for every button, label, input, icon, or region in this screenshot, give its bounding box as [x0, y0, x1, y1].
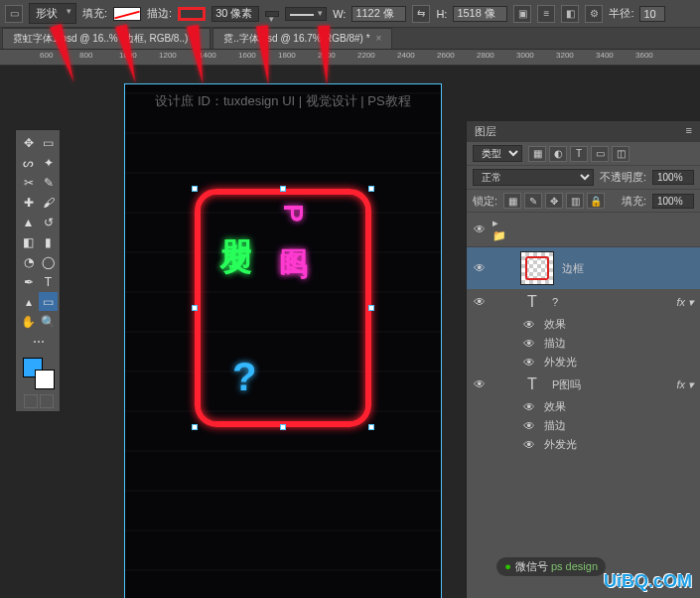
transform-handle[interactable]	[280, 424, 286, 430]
gear-icon[interactable]: ⚙	[585, 5, 603, 23]
neon-text-blue: ?	[232, 355, 260, 399]
filter-pixel-icon[interactable]: ▦	[528, 146, 546, 162]
path-align-icon[interactable]: ≡	[537, 5, 555, 23]
options-bar: ▭ 形状 填充: 描边: W: ⇆ H: ▣ ≡ ◧ ⚙ 半径:	[0, 0, 700, 28]
fill-swatch[interactable]	[113, 7, 141, 21]
marquee-tool[interactable]: ▭	[39, 133, 58, 152]
stroke-width-dropdown[interactable]	[265, 11, 279, 17]
author-watermark: 设计庶 ID：tuxdesign UI | 视觉设计 | PS教程	[125, 92, 441, 110]
quickmask-icon[interactable]	[24, 394, 38, 408]
eraser-tool[interactable]: ◧	[19, 232, 38, 251]
layer-item[interactable]: 👁 边框	[467, 247, 700, 289]
stamp-tool[interactable]: ▲	[19, 213, 38, 231]
rectangle-tool[interactable]: ▭	[39, 292, 58, 311]
eyedropper-tool[interactable]: ✎	[39, 173, 58, 192]
dodge-tool[interactable]: ◯	[39, 252, 58, 271]
edit-toolbar-icon[interactable]: ⋯	[29, 332, 48, 351]
type-layer-icon: T	[520, 293, 544, 311]
transform-handle[interactable]	[368, 424, 374, 430]
transform-handle[interactable]	[192, 424, 198, 430]
fill-opacity-label: 填充:	[622, 194, 646, 209]
fx-row[interactable]: 👁描边	[467, 416, 700, 435]
transform-handle[interactable]	[368, 186, 374, 192]
fx-row[interactable]: 👁描边	[467, 334, 700, 353]
transform-handle[interactable]	[192, 305, 198, 311]
quick-select-tool[interactable]: ✦	[39, 153, 58, 172]
layer-name[interactable]: 边框	[562, 261, 584, 276]
move-tool[interactable]: ✥	[19, 133, 38, 152]
filter-type-icon[interactable]: T	[570, 146, 588, 162]
filter-smart-icon[interactable]: ◫	[612, 146, 630, 162]
path-select-tool[interactable]: ▴	[19, 292, 38, 311]
height-input[interactable]	[453, 6, 507, 22]
transform-handle[interactable]	[280, 186, 286, 192]
visibility-icon[interactable]: 👁	[473, 295, 487, 309]
color-swatches[interactable]	[19, 356, 58, 391]
hand-tool[interactable]: ✋	[19, 312, 38, 331]
horizontal-ruler: 600800 10001200 14001600 18002000 220024…	[0, 50, 700, 66]
document-tab[interactable]: 霓虹字体1.psd @ 16..% (边框, RGB/8..)×	[2, 28, 210, 49]
crop-tool[interactable]: ✂	[19, 173, 38, 192]
fx-badge[interactable]: fx ▾	[676, 378, 694, 391]
history-brush-tool[interactable]: ↺	[39, 213, 58, 231]
stroke-style-select[interactable]	[285, 7, 327, 21]
document-canvas[interactable]: 设计庶 ID：tuxdesign UI | 视觉设计 | PS教程 朋友 P图吗…	[124, 83, 442, 598]
visibility-icon[interactable]: 👁	[473, 223, 487, 236]
link-wh-icon[interactable]: ⇆	[412, 5, 430, 23]
stroke-width-input[interactable]	[211, 6, 259, 22]
lasso-tool[interactable]: ᔕ	[19, 153, 38, 172]
panel-menu-icon[interactable]: ≡	[686, 124, 692, 139]
site-watermark: UiBQ.cOM	[604, 571, 692, 592]
close-icon[interactable]: ×	[376, 33, 382, 44]
document-tab[interactable]: 霓..字体.psd @ 16.7%(RGB/8#) *×	[212, 28, 392, 49]
lock-paint-icon[interactable]: ✎	[524, 193, 542, 209]
layer-name[interactable]: P图吗	[552, 377, 581, 392]
lock-position-icon[interactable]: ✥	[545, 193, 563, 209]
height-label: H:	[436, 8, 447, 20]
lock-all-icon[interactable]: 🔒	[587, 193, 605, 209]
fx-row[interactable]: 👁外发光	[467, 435, 700, 454]
blur-tool[interactable]: ◔	[19, 252, 38, 271]
brush-tool[interactable]: 🖌	[39, 193, 58, 212]
layer-name[interactable]: ?	[552, 296, 558, 308]
path-combine-icon[interactable]: ▣	[513, 5, 531, 23]
transform-handle[interactable]	[192, 186, 198, 192]
visibility-icon[interactable]: 👁	[473, 377, 487, 391]
neon-text-pink: P图吗	[274, 204, 312, 234]
layer-kind-select[interactable]: 类型	[473, 145, 522, 162]
path-arrange-icon[interactable]: ◧	[561, 5, 579, 23]
stroke-swatch[interactable]	[178, 7, 206, 21]
pen-tool[interactable]: ✒	[19, 272, 38, 291]
gradient-tool[interactable]: ▮	[39, 232, 58, 251]
tool-mode-select[interactable]: 形状	[29, 3, 76, 24]
fx-row[interactable]: 👁效果	[467, 315, 700, 334]
layer-thumbnail[interactable]	[520, 251, 554, 285]
lock-artboard-icon[interactable]: ▥	[566, 193, 584, 209]
zoom-tool[interactable]: 🔍	[39, 312, 58, 331]
transform-handle[interactable]	[368, 305, 374, 311]
screenmode-icon[interactable]	[40, 394, 54, 408]
wechat-badge: 微信号 ps design	[496, 557, 606, 576]
type-tool[interactable]: T	[39, 272, 58, 291]
layers-panel: 图层≡ 类型 ▦ ◐ T ▭ ◫ 正常 不透明度: 锁定: ▦ ✎ ✥ ▥ 🔒	[466, 121, 700, 598]
filter-shape-icon[interactable]: ▭	[591, 146, 609, 162]
opacity-input[interactable]	[652, 170, 694, 185]
healing-tool[interactable]: ✚	[19, 193, 38, 212]
blend-mode-select[interactable]: 正常	[473, 169, 594, 186]
filter-adjust-icon[interactable]: ◐	[549, 146, 567, 162]
fx-row[interactable]: 👁外发光	[467, 353, 700, 372]
fill-opacity-input[interactable]	[652, 194, 694, 209]
fx-row[interactable]: 👁效果	[467, 397, 700, 416]
lock-label: 锁定:	[473, 194, 497, 209]
opacity-label: 不透明度:	[600, 170, 646, 185]
visibility-icon[interactable]: 👁	[473, 261, 487, 275]
width-input[interactable]	[351, 6, 406, 22]
radius-input[interactable]	[639, 6, 665, 22]
layer-item[interactable]: 👁 T ? fx ▾	[467, 289, 700, 315]
fx-badge[interactable]: fx ▾	[676, 296, 694, 309]
background-color[interactable]	[35, 370, 55, 389]
folder-icon[interactable]: ▸📁	[492, 217, 510, 242]
layer-item[interactable]: 👁 T P图吗 fx ▾	[467, 372, 700, 397]
lock-transparent-icon[interactable]: ▦	[503, 193, 521, 209]
type-layer-icon: T	[520, 375, 544, 393]
